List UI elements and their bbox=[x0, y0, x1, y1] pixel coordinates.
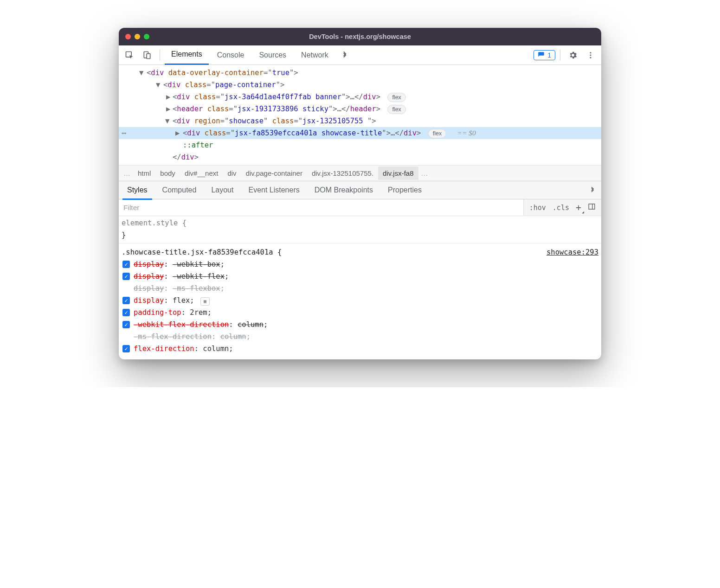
property-toggle-checkbox[interactable]: ✓ bbox=[122, 297, 130, 304]
css-property[interactable]: display: -ms-flexbox; bbox=[122, 282, 598, 294]
property-toggle-checkbox[interactable]: ✓ bbox=[122, 345, 130, 352]
settings-icon[interactable] bbox=[565, 47, 581, 63]
inspect-element-icon[interactable] bbox=[122, 47, 137, 63]
css-property[interactable]: -ms-flex-direction: column; bbox=[122, 331, 598, 343]
svg-point-5 bbox=[590, 57, 591, 58]
more-tabs-icon[interactable] bbox=[337, 47, 353, 63]
crumb-next[interactable]: div#__next bbox=[180, 166, 223, 180]
tab-sources[interactable]: Sources bbox=[252, 45, 293, 65]
separator bbox=[560, 50, 560, 61]
crumb-page-container[interactable]: div.page-container bbox=[241, 166, 307, 180]
dom-breadcrumb: … html body div#__next div div.page-cont… bbox=[119, 165, 601, 181]
dom-node[interactable]: ▶ <div class="jsx-3a64d1ae4f0f7fab banne… bbox=[119, 91, 601, 103]
crumb-body[interactable]: body bbox=[155, 166, 180, 180]
property-toggle-checkbox[interactable]: ✓ bbox=[122, 261, 130, 268]
dom-node-selected[interactable]: ⋯ ▶ <div class="jsx-fa8539efcca401a show… bbox=[119, 127, 601, 139]
tab-console[interactable]: Console bbox=[211, 45, 251, 65]
tab-elements[interactable]: Elements bbox=[165, 45, 209, 65]
flexbox-editor-icon[interactable]: ▦ bbox=[200, 297, 210, 306]
styles-tab-strip: Styles Computed Layout Event Listeners D… bbox=[119, 181, 601, 199]
breadcrumb-overflow[interactable]: … bbox=[121, 166, 133, 180]
css-property[interactable]: ✓ flex-direction: column; bbox=[122, 343, 598, 355]
flex-badge[interactable]: flex bbox=[428, 129, 446, 138]
console-reference: == $0 bbox=[457, 129, 476, 137]
flex-badge[interactable]: flex bbox=[387, 105, 405, 114]
svg-rect-2 bbox=[147, 53, 150, 58]
toggle-hov-button[interactable]: :hov bbox=[527, 202, 549, 214]
device-toolbar-icon[interactable] bbox=[139, 47, 155, 63]
svg-point-3 bbox=[590, 52, 591, 53]
tab-computed[interactable]: Computed bbox=[155, 181, 204, 199]
flex-badge[interactable]: flex bbox=[387, 93, 405, 102]
dom-node[interactable]: ▼ <div data-overlay-container="true"> bbox=[119, 67, 601, 79]
window-title: DevTools - nextjs.org/showcase bbox=[119, 33, 601, 40]
crumb-html[interactable]: html bbox=[133, 166, 155, 180]
element-style-rule[interactable]: element.style { } bbox=[122, 217, 598, 241]
dom-node[interactable]: ▶ <header class="jsx-1931733896 sticky">… bbox=[119, 103, 601, 115]
dom-tree[interactable]: ▼ <div data-overlay-container="true"> ▼ … bbox=[119, 65, 601, 165]
property-toggle-checkbox[interactable]: ✓ bbox=[122, 273, 130, 280]
new-style-rule-button[interactable]: +◢ bbox=[573, 200, 584, 215]
svg-point-4 bbox=[590, 54, 591, 56]
dom-pseudo[interactable]: ::after bbox=[119, 139, 601, 151]
kebab-menu-icon[interactable] bbox=[583, 47, 598, 63]
ellipsis-icon[interactable]: ⋯ bbox=[122, 127, 128, 139]
svg-rect-6 bbox=[589, 204, 595, 209]
toggle-cls-button[interactable]: .cls bbox=[550, 202, 572, 214]
separator bbox=[160, 50, 160, 61]
titlebar: DevTools - nextjs.org/showcase bbox=[119, 28, 601, 45]
tab-properties[interactable]: Properties bbox=[380, 181, 429, 199]
tab-layout[interactable]: Layout bbox=[204, 181, 241, 199]
css-property[interactable]: ✓ display: flex; ▦ bbox=[122, 294, 598, 307]
crumb-div[interactable]: div bbox=[223, 166, 241, 180]
tab-styles[interactable]: Styles bbox=[120, 181, 155, 199]
css-property[interactable]: ✓ display: -webkit-box; bbox=[122, 258, 598, 270]
tab-dom-breakpoints[interactable]: DOM Breakpoints bbox=[307, 181, 380, 199]
dom-node[interactable]: ▼ <div region="showcase" class="jsx-1325… bbox=[119, 115, 601, 127]
devtools-window: DevTools - nextjs.org/showcase Elements … bbox=[119, 28, 601, 359]
dom-node[interactable]: ▼ <div class="page-container"> bbox=[119, 79, 601, 91]
rule-source-link[interactable]: showcase:293 bbox=[546, 246, 598, 258]
crumb-selected[interactable]: div.jsx-fa8 bbox=[378, 166, 418, 180]
styles-pane[interactable]: element.style { } showcase:293 .showcase… bbox=[119, 216, 601, 359]
issues-badge[interactable]: 1 bbox=[534, 50, 555, 60]
styles-filter-input[interactable] bbox=[119, 199, 523, 216]
filter-actions: :hov .cls +◢ bbox=[523, 199, 601, 216]
css-rule[interactable]: showcase:293 .showcase-title.jsx-fa8539e… bbox=[122, 246, 598, 355]
styles-filter-bar: :hov .cls +◢ bbox=[119, 199, 601, 216]
property-toggle-checkbox[interactable]: ✓ bbox=[122, 321, 130, 328]
tab-event-listeners[interactable]: Event Listeners bbox=[241, 181, 307, 199]
css-property[interactable]: ✓ display: -webkit-flex; bbox=[122, 270, 598, 282]
issues-count: 1 bbox=[547, 51, 551, 59]
css-property[interactable]: ✓ padding-top: 2rem; bbox=[122, 307, 598, 319]
rule-selector[interactable]: .showcase-title.jsx-fa8539efcca401a { bbox=[122, 248, 282, 256]
dom-node-close[interactable]: </div> bbox=[119, 151, 601, 163]
toggle-sidebar-icon[interactable] bbox=[585, 201, 598, 214]
breadcrumb-overflow[interactable]: … bbox=[418, 166, 431, 180]
tab-network[interactable]: Network bbox=[295, 45, 335, 65]
crumb-region[interactable]: div.jsx-1325105755. bbox=[307, 166, 378, 180]
css-property[interactable]: ✓ -webkit-flex-direction: column; bbox=[122, 319, 598, 331]
property-toggle-checkbox[interactable]: ✓ bbox=[122, 309, 130, 316]
more-style-tabs-icon[interactable] bbox=[585, 182, 600, 198]
main-tab-strip: Elements Console Sources Network 1 bbox=[119, 45, 601, 65]
